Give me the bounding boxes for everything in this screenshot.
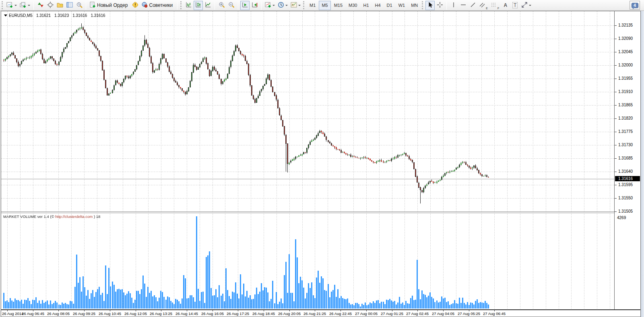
price-axis-tick	[615, 211, 617, 212]
channel-tool-button[interactable]: E	[478, 1, 489, 10]
timeframe-button-m15[interactable]: M15	[331, 1, 345, 10]
time-axis-label: 26 Aug 16:05	[201, 311, 224, 316]
vertical-line-icon	[450, 2, 457, 9]
equidistant-channel-icon	[479, 2, 485, 9]
navigator-button[interactable]	[55, 1, 64, 10]
toolbar-grip[interactable]	[303, 1, 305, 9]
new-order-label: Новый Ордер	[97, 2, 128, 8]
time-axis-label: 26 Aug 12:05	[124, 311, 147, 316]
time-axis-label: 27 Aug 00:05	[355, 311, 378, 316]
indicators-button[interactable]	[264, 1, 276, 10]
channel-tool-sub-label: E	[486, 7, 488, 10]
cursor-button[interactable]	[425, 1, 435, 10]
new-order-button[interactable]: Новый Ордер	[88, 1, 130, 10]
clusterdelta-link[interactable]: http://clusterdelta.com	[55, 214, 93, 219]
time-axis-label: 26 Aug 18:45	[252, 311, 275, 316]
quote-high: 1.31623	[54, 13, 69, 18]
timeframe-button-m5[interactable]: M5	[319, 1, 330, 10]
crosshair-icon	[437, 2, 443, 9]
expert-advisors-button[interactable]: Советники	[140, 1, 175, 10]
chart-profiles-button[interactable]	[19, 1, 31, 10]
volume-caption-prefix: MARKET VOLUME ver 1.4 (©	[3, 214, 55, 219]
price-axis-tick	[615, 92, 617, 92]
timeframe-button-m1[interactable]: M1	[307, 1, 318, 10]
timeframe-button-w1[interactable]: W1	[396, 1, 408, 10]
chart-symbol-label: EURUSD,M5	[9, 13, 33, 18]
price-axis[interactable]: 1.31616 4269 1.321351.320901.320451.3200…	[614, 11, 640, 309]
advisors-label: Советники	[149, 2, 173, 8]
price-axis-label: 1.31865	[618, 103, 633, 107]
chart-window-eurusd-m5: EURUSD,M5 1.31621 1.31623 1.31616 1.3161…	[1, 11, 641, 317]
periods-button[interactable]	[277, 1, 289, 10]
warning-icon	[132, 2, 138, 9]
price-axis-label: 1.32045	[618, 50, 633, 54]
price-axis-tick	[615, 65, 617, 66]
notifications-button[interactable]: 4	[630, 1, 640, 10]
trendline-tool-button[interactable]	[468, 1, 477, 10]
horizontal-line-tool-button[interactable]	[458, 1, 468, 10]
timeframe-button-h4[interactable]: H4	[372, 1, 384, 10]
quote-open: 1.31621	[36, 13, 51, 18]
price-axis-tick	[615, 118, 617, 119]
volume-indicator-caption: MARKET VOLUME ver 1.4 (© http://clusterd…	[3, 214, 100, 219]
zoom-in-button[interactable]	[217, 1, 226, 10]
toolbar-separator	[177, 1, 178, 10]
price-axis-label: 1.31640	[618, 169, 633, 174]
fibonacci-tool-sub-label: F	[497, 7, 499, 10]
price-axis-tick	[615, 132, 617, 132]
crosshair-button[interactable]	[435, 1, 444, 10]
text-label-tool-button[interactable]: T	[510, 1, 520, 10]
price-axis-label: 1.31955	[618, 76, 633, 81]
toolbar-grip[interactable]	[180, 1, 182, 9]
market-watch-button[interactable]	[36, 1, 45, 10]
templates-button[interactable]	[289, 1, 302, 10]
auto-scroll-button[interactable]	[240, 1, 250, 10]
timeframe-button-d1[interactable]: D1	[384, 1, 395, 10]
chart-bars-button[interactable]	[184, 1, 193, 10]
chat-bubble-icon: 4	[632, 3, 638, 8]
line-chart-icon	[205, 2, 211, 9]
time-axis-label: 27 Aug 04:05	[432, 311, 454, 316]
text-tool-button[interactable]: A	[501, 1, 510, 10]
terminal-button[interactable]	[65, 1, 74, 10]
alerts-button[interactable]	[130, 1, 140, 10]
price-chart-canvas[interactable]	[1, 11, 614, 309]
toolbar-grip[interactable]	[422, 1, 424, 9]
fibonacci-tool-button[interactable]: F	[489, 1, 500, 10]
dropdown-arrow-icon	[298, 5, 301, 6]
time-axis-label: 26 Aug 21:25	[303, 311, 326, 316]
crosshair-target-icon	[47, 2, 54, 9]
zoom-out-button[interactable]	[227, 1, 236, 10]
timeframe-button-h1[interactable]: H1	[360, 1, 372, 10]
timeframe-button-m30[interactable]: M30	[346, 1, 360, 10]
metatrader-terminal: { "app": { "notifications_badge": "4" },…	[0, 0, 644, 317]
price-axis-tick	[615, 145, 617, 145]
time-axis-label: 26 Aug 13:25	[150, 311, 172, 316]
time-axis-label: 26 Aug 17:25	[227, 311, 249, 316]
window-edge-strip	[641, 11, 644, 317]
price-axis-label: 1.31910	[618, 89, 633, 94]
price-axis-label: 1.31685	[618, 156, 633, 160]
time-axis-label: 26 Aug 20:05	[278, 311, 301, 316]
new-chart-button[interactable]	[5, 1, 18, 10]
toolbar-separator	[33, 1, 34, 10]
price-axis-label: 1.31730	[618, 143, 633, 147]
price-axis-tick	[615, 39, 617, 39]
arrows-tool-button[interactable]	[520, 1, 533, 10]
indicators-icon	[265, 2, 271, 9]
vertical-line-tool-button[interactable]	[449, 1, 458, 10]
collapse-triangle-icon	[4, 15, 7, 17]
zoom-in-icon	[219, 2, 225, 9]
time-axis[interactable]: 26 Aug 201426 Aug 06:4526 Aug 08:0526 Au…	[1, 309, 640, 317]
chart-shift-button[interactable]	[250, 1, 259, 10]
timeframe-button-mn[interactable]: MN	[408, 1, 421, 10]
toolbar-grip[interactable]	[2, 1, 4, 9]
chart-candles-button[interactable]	[194, 1, 203, 10]
strategy-tester-button[interactable]	[74, 1, 84, 10]
data-window-button[interactable]	[45, 1, 55, 10]
trendline-icon	[470, 2, 476, 9]
toolbar-separator	[215, 1, 215, 10]
price-axis-tick	[615, 52, 617, 52]
time-axis-label: 27 Aug 01:25	[381, 311, 403, 316]
chart-line-button[interactable]	[203, 1, 213, 10]
